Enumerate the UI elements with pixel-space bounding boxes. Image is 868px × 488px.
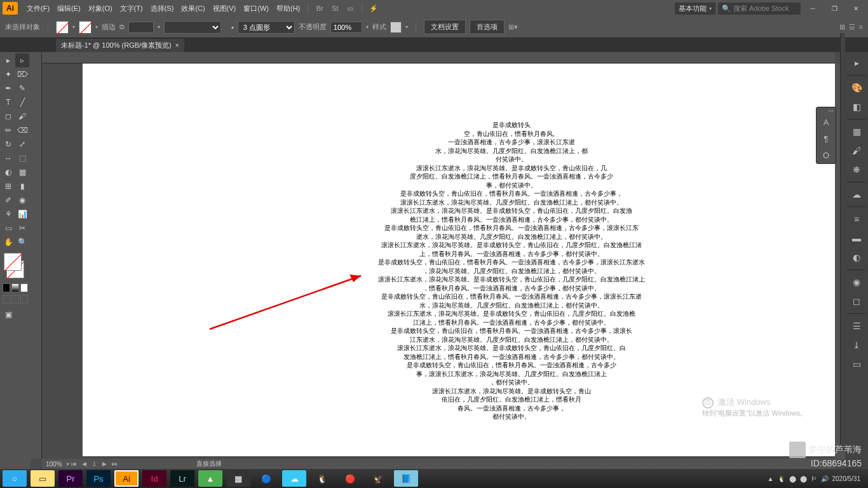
properties-panel-icon[interactable]: ▸ [848, 55, 865, 71]
prev-artboard-button[interactable]: ◀ [79, 459, 90, 468]
stock-search[interactable]: 🔍搜索 Adobe Stock [718, 3, 801, 15]
tray-volume-icon[interactable]: 🔊 [821, 475, 829, 482]
type-tool[interactable]: T [1, 95, 15, 109]
menu-window[interactable]: 窗口(W) [240, 4, 273, 13]
pen-tool[interactable]: ✒ [1, 81, 15, 95]
rectangle-tool[interactable]: ◻ [1, 109, 15, 123]
artboard-tool[interactable]: ▭ [1, 221, 15, 235]
symbols-panel-icon[interactable]: ❋ [848, 161, 865, 178]
next-artboard-button[interactable]: ▶ [100, 459, 110, 468]
menu-help[interactable]: 帮助(H) [273, 4, 304, 13]
taskbar-browser-icon[interactable]: ○ [3, 470, 27, 487]
selection-tool[interactable]: ▸ [1, 53, 15, 67]
paragraph-panel-icon[interactable]: ¶ [817, 130, 836, 147]
document-tab[interactable]: 未标题-1* @ 100% (RGB/像素预览) × [56, 39, 184, 52]
width-tool[interactable]: ↔ [1, 151, 15, 165]
first-artboard-button[interactable]: ⏮ [69, 459, 79, 468]
character-panel-icon[interactable]: A [817, 114, 836, 130]
tray-icon[interactable]: ⬤ [800, 475, 807, 482]
paintbrush-tool[interactable]: 🖌 [15, 109, 29, 123]
gradient-tool[interactable]: ▮ [15, 179, 29, 193]
stroke-panel-icon[interactable]: ≡ [848, 211, 865, 227]
restore-button[interactable]: ❐ [825, 2, 844, 15]
eyedropper-tool[interactable]: ✐ [1, 193, 15, 207]
draw-normal-mode[interactable] [3, 295, 10, 304]
fill-stroke-control[interactable] [4, 253, 27, 278]
artboard-number[interactable]: 1 [90, 459, 100, 468]
draw-behind-mode[interactable] [11, 295, 19, 304]
asset-export-panel-icon[interactable]: ⤓ [848, 337, 865, 353]
variable-width-profile[interactable] [164, 21, 221, 34]
artboard[interactable]: 是非成败转头空，青山依旧在，惯看秋月春风。一壶浊酒喜相逢，古今多少事，滚滚长江东… [83, 64, 845, 456]
menu-effect[interactable]: 效果(C) [177, 4, 208, 13]
close-icon[interactable]: × [831, 108, 834, 113]
gradient-mode-swatch[interactable] [11, 283, 19, 292]
artboards-panel-icon[interactable]: ▭ [848, 356, 865, 372]
last-artboard-button[interactable]: ⏭ [110, 459, 120, 468]
eraser-tool[interactable]: ⌫ [15, 123, 29, 137]
taskbar-indesign-icon[interactable]: Id [142, 470, 166, 487]
menu-view[interactable]: 视图(V) [209, 4, 240, 13]
align-icon[interactable]: ☰ [849, 23, 855, 31]
gradient-panel-icon[interactable]: ▬ [848, 230, 865, 247]
tray-flag-icon[interactable]: 🏳 [811, 475, 817, 482]
opacity-input[interactable] [330, 22, 362, 33]
tray-icon[interactable]: ⬤ [789, 475, 796, 482]
brush-definition[interactable]: 3 点圆形 [238, 21, 295, 34]
chevron-down-icon[interactable]: ▾ [158, 24, 160, 30]
area-type-object[interactable]: 是非成败转头空，青山依旧在，惯看秋月春风。一壶浊酒喜相逢，古今多少事，滚滚长江东… [356, 121, 667, 421]
menu-edit[interactable]: 编辑(E) [53, 4, 85, 13]
stroke-weight-chain-icon[interactable]: ⧉ [119, 23, 125, 31]
minimize-button[interactable]: ─ [803, 2, 822, 15]
curvature-tool[interactable]: ✎ [15, 81, 29, 95]
perspective-grid-tool[interactable]: ▦ [15, 165, 29, 179]
shape-builder-tool[interactable]: ◐ [1, 165, 15, 179]
appearance-panel-icon[interactable]: ◉ [848, 274, 865, 290]
none-mode-swatch[interactable] [20, 283, 28, 292]
zoom-tool[interactable]: 🔍 [15, 235, 29, 249]
slice-tool[interactable]: ✂ [15, 221, 29, 235]
arrange-icon[interactable]: ▭ [344, 2, 356, 15]
mesh-tool[interactable]: ⊞ [1, 179, 15, 193]
lasso-tool[interactable]: ⌦ [15, 67, 29, 81]
bridge-icon[interactable]: Br [313, 2, 326, 15]
magic-wand-tool[interactable]: ✦ [1, 67, 15, 81]
symbol-sprayer-tool[interactable]: ⚘ [1, 207, 15, 221]
swatches-panel-icon[interactable]: ▦ [848, 123, 865, 140]
hand-tool[interactable]: ✋ [1, 235, 15, 249]
align-icon[interactable]: ⊞▾ [508, 23, 518, 31]
opentype-panel-icon[interactable]: O [817, 147, 836, 163]
menu-file[interactable]: 文件(F) [23, 4, 53, 13]
layers-panel-icon[interactable]: ☰ [848, 318, 865, 334]
chevron-down-icon[interactable]: ▾ [95, 24, 98, 30]
tray-icon[interactable]: 🐧 [778, 475, 785, 482]
color-guide-panel-icon[interactable]: ◧ [848, 98, 865, 115]
preferences-button[interactable]: 首选项 [470, 20, 505, 34]
free-transform-tool[interactable]: ⬚ [15, 151, 29, 165]
taskbar-photoshop-icon[interactable]: Ps [86, 470, 111, 487]
gpu-icon[interactable]: ⚡ [367, 2, 380, 15]
graphic-style-swatch[interactable] [390, 22, 402, 33]
taskbar-premiere-icon[interactable]: Pr [58, 470, 83, 487]
graphic-styles-panel-icon[interactable]: ◻ [848, 293, 865, 309]
panel-expand-strip[interactable] [840, 33, 845, 450]
direct-selection-tool[interactable]: ▹ [15, 53, 29, 67]
taskbar-explorer-icon[interactable]: ▭ [31, 470, 55, 487]
scale-tool[interactable]: ⤢ [15, 137, 29, 151]
menu-type[interactable]: 文字(T) [116, 4, 147, 13]
horizontal-ruler[interactable] [42, 52, 835, 64]
transform-icon[interactable]: ⊞ [839, 23, 845, 31]
column-graph-tool[interactable]: 📊 [15, 207, 29, 221]
taskbar-chrome-icon[interactable]: 🔴 [338, 470, 362, 487]
screen-mode-button[interactable]: ▣ [1, 308, 16, 322]
chevron-down-icon[interactable]: ▾ [72, 24, 75, 30]
color-mode-swatch[interactable] [3, 283, 10, 292]
draw-inside-mode[interactable] [20, 295, 28, 304]
chevron-down-icon[interactable]: ▾ [405, 24, 408, 30]
floating-panel[interactable]: «× A ¶ O [816, 107, 836, 164]
taskbar-lightroom-icon[interactable]: Lr [170, 470, 194, 487]
stock-icon[interactable]: St [329, 2, 341, 15]
line-tool[interactable]: ╱ [15, 95, 29, 109]
libraries-panel-icon[interactable]: ☁ [848, 186, 865, 203]
taskbar-clock[interactable]: 2020/5/31 [832, 475, 861, 482]
